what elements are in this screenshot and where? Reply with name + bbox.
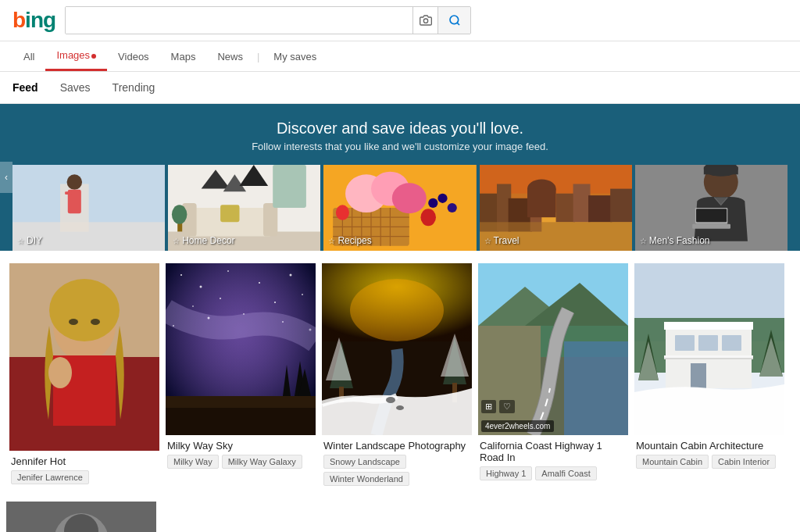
svg-rect-116 [698,335,718,351]
nav-item-all[interactable]: All [12,43,45,70]
banner-card-travel[interactable]: ☆ Travel [480,165,632,251]
svg-point-66 [49,279,120,341]
svg-point-80 [302,294,303,295]
svg-rect-51 [588,195,612,222]
banner-card-diy-label: ☆ DIY [17,235,42,246]
banner-cards: ☆ DIY [12,165,788,251]
image-card-jennifer[interactable]: Jennifer Hot Jenifer Lawrence [9,263,159,489]
svg-rect-14 [273,165,306,208]
svg-point-37 [429,198,438,208]
search-input[interactable] [66,7,412,34]
card-tag-cabin-1[interactable]: Cabin Interior [712,455,776,469]
bottom-image-1[interactable] [6,502,156,532]
card-tag-0[interactable]: Jenifer Lawrence [11,470,89,484]
banner-card-recipes-label: ☆ Recipes [328,235,371,246]
svg-point-67 [69,319,78,325]
card-tags-winter: Snowy Landscape Winter Wonderland [323,455,470,486]
banner-text: Discover and save ideas you'll love. Fol… [12,120,788,152]
search-button[interactable] [438,7,470,34]
svg-point-101 [396,405,404,410]
svg-point-38 [438,194,448,203]
camera-icon-button[interactable] [412,7,438,34]
svg-point-1 [450,16,459,24]
svg-point-68 [91,319,100,325]
card-tag-highway-0[interactable]: Highway 1 [480,466,532,480]
sub-nav: Feed Saves Trending [0,72,800,104]
svg-point-78 [220,298,221,299]
svg-point-6 [67,174,83,190]
svg-rect-108 [564,341,628,435]
svg-point-34 [392,183,427,213]
images-dot [91,54,96,59]
svg-rect-106 [478,326,541,435]
card-info-highway: California Coast Highway 1 Road In Highw… [478,435,628,484]
image-card-winter[interactable]: Winter Landscape Photography Snowy Lands… [322,263,472,489]
banner-left-arrow[interactable]: ‹ [0,162,12,193]
discovery-banner: Discover and save ideas you'll love. Fol… [0,104,800,251]
card-tag-winter-0[interactable]: Snowy Landscape [323,455,406,469]
card-info-cabin: Mountain Cabin Architecture Mountain Cab… [634,435,784,472]
svg-rect-13 [263,203,277,237]
card-info-winter: Winter Landscape Photography Snowy Lands… [322,435,472,489]
star-icon-fashion: ☆ [640,237,647,245]
header: bing [0,0,800,41]
svg-rect-50 [573,184,590,222]
star-icon-homedecor: ☆ [173,237,180,245]
card-tag-winter-1[interactable]: Winter Wonderland [323,472,409,486]
svg-rect-87 [166,408,316,435]
subnav-saves[interactable]: Saves [49,78,102,97]
bottom-row [0,502,800,532]
card-info-jennifer: Jennifer Hot Jenifer Lawrence [9,451,159,487]
banner-card-homedecor[interactable]: ☆ Home Decor [168,165,320,251]
nav-item-maps[interactable]: Maps [160,43,207,70]
svg-point-73 [200,286,202,288]
image-grid: Jennifer Hot Jenifer Lawrence [0,251,800,502]
svg-point-72 [180,274,182,276]
banner-card-fashion-label: ☆ Men's Fashion [640,235,710,246]
svg-point-20 [172,205,188,223]
svg-point-79 [274,302,276,303]
svg-rect-118 [691,363,706,388]
svg-rect-18 [220,205,239,222]
banner-card-diy[interactable]: ☆ DIY [12,165,165,251]
card-tag-milkyway-1[interactable]: Milky Way Galaxy [222,455,302,469]
svg-rect-48 [527,189,556,218]
card-tag-cabin-0[interactable]: Mountain Cabin [636,455,709,469]
card-tags-jennifer: Jenifer Lawrence [11,470,158,484]
main-nav: All Images Videos Maps News | My saves [0,41,800,72]
svg-point-76 [290,274,292,277]
subnav-trending[interactable]: Trending [102,78,166,97]
card-title-jennifer: Jennifer Hot [11,455,158,467]
svg-line-2 [457,23,459,25]
nav-item-videos[interactable]: Videos [107,43,160,70]
image-card-cabin[interactable]: Mountain Cabin Architecture Mountain Cab… [634,263,784,489]
card-tags-highway: Highway 1 Amalfi Coast [480,466,627,480]
card-tag-highway-1[interactable]: Amalfi Coast [535,466,596,480]
banner-card-recipes[interactable]: ☆ Recipes [323,165,476,251]
banner-subtitle: Follow interests that you like and we'll… [12,141,788,152]
nav-item-news[interactable]: News [206,43,254,70]
nav-item-mysaves[interactable]: My saves [262,43,327,70]
banner-card-fashion[interactable]: ☆ Men's Fashion [635,165,788,251]
image-card-highway[interactable]: 4ever2wheels.com ⊞ ♡ California Coast Hi… [478,263,628,489]
share-icon-highway[interactable]: ♡ [499,400,515,413]
banner-card-homedecor-label: ☆ Home Decor [173,235,234,246]
svg-rect-117 [722,335,741,351]
star-icon-diy: ☆ [17,237,24,245]
subnav-feed[interactable]: Feed [12,78,49,97]
banner-title: Discover and save ideas you'll love. [12,120,788,137]
save-icon-highway[interactable]: ⊞ [481,400,496,413]
svg-point-100 [386,397,395,403]
svg-rect-59 [692,224,730,229]
svg-point-39 [448,203,457,212]
card-tag-milkyway-0[interactable]: Milky Way [167,455,219,469]
card-tags-milkyway: Milky Way Milky Way Galaxy [167,455,314,469]
bing-logo: bing [12,8,55,33]
card-title-winter: Winter Landscape Photography [323,440,470,452]
svg-point-93 [350,279,444,341]
card-title-milkyway: Milky Way Sky [167,440,314,452]
image-card-milkyway[interactable]: Milky Way Sky Milky Way Milky Way Galaxy [166,263,316,489]
card-title-highway: California Coast Highway 1 Road In [480,440,627,463]
nav-item-images[interactable]: Images [45,41,107,71]
svg-point-69 [48,357,72,388]
